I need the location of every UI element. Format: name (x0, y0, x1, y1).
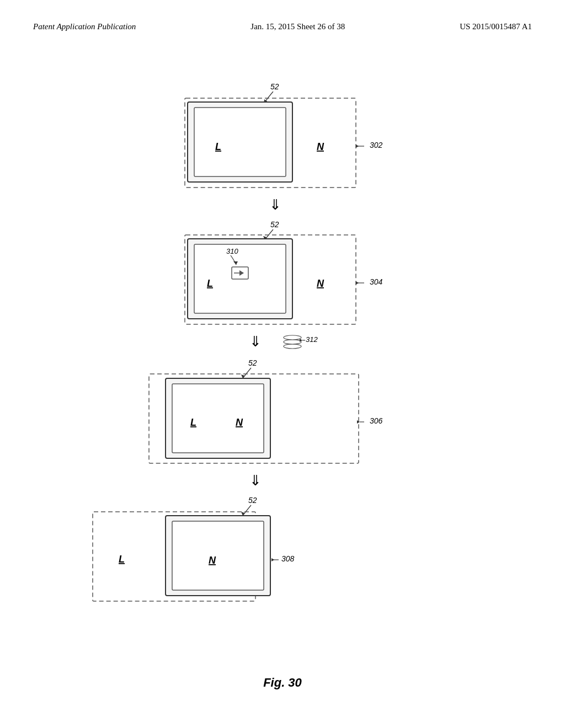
svg-text:302: 302 (370, 141, 383, 149)
svg-text:L: L (119, 554, 125, 565)
page-header: Patent Application Publication Jan. 15, … (0, 0, 565, 42)
svg-text:52: 52 (248, 358, 257, 367)
svg-rect-47 (172, 521, 264, 590)
svg-text:L: L (207, 278, 213, 289)
svg-rect-16 (232, 267, 248, 279)
svg-marker-17 (239, 270, 244, 276)
svg-text:308: 308 (281, 554, 295, 563)
svg-rect-46 (166, 516, 270, 596)
svg-marker-15 (233, 261, 238, 265)
svg-point-26 (284, 340, 301, 344)
diagram-svg: 52 L N 302 ⇓ 52 L 310 N 304 ⇓ 312 (0, 0, 565, 728)
header-date-sheet: Jan. 15, 2015 Sheet 26 of 38 (250, 22, 345, 31)
svg-rect-33 (149, 374, 359, 463)
svg-marker-40 (357, 420, 360, 424)
svg-text:L: L (215, 141, 221, 152)
svg-text:52: 52 (248, 496, 257, 505)
svg-text:⇓: ⇓ (249, 472, 262, 489)
svg-text:N: N (317, 278, 324, 289)
svg-point-25 (284, 344, 301, 349)
svg-rect-1 (188, 102, 292, 182)
svg-text:306: 306 (370, 416, 383, 425)
svg-text:L: L (190, 417, 196, 428)
svg-text:⇓: ⇓ (269, 196, 281, 213)
svg-marker-51 (271, 558, 274, 561)
svg-marker-10 (263, 236, 266, 240)
svg-text:⇓: ⇓ (249, 333, 262, 350)
svg-marker-23 (356, 281, 359, 285)
header-patent-number: US 2015/0015487 A1 (460, 22, 532, 31)
svg-text:310: 310 (226, 247, 238, 255)
svg-text:N: N (317, 141, 324, 152)
svg-point-27 (284, 335, 301, 340)
svg-rect-11 (188, 239, 292, 319)
svg-text:52: 52 (270, 220, 279, 229)
svg-rect-12 (194, 244, 286, 313)
svg-rect-44 (93, 512, 255, 601)
svg-text:N: N (209, 555, 216, 566)
svg-marker-32 (241, 374, 244, 378)
svg-rect-2 (194, 108, 286, 176)
svg-rect-35 (172, 384, 264, 453)
svg-text:312: 312 (306, 335, 318, 344)
svg-text:304: 304 (370, 277, 383, 286)
svg-text:N: N (236, 417, 243, 428)
svg-marker-30 (300, 339, 302, 342)
svg-marker-43 (241, 512, 244, 516)
header-publication-label: Patent Application Publication (33, 22, 136, 31)
svg-rect-34 (166, 378, 270, 458)
svg-rect-19 (185, 235, 356, 324)
svg-rect-4 (185, 98, 356, 188)
svg-text:52: 52 (270, 82, 279, 91)
